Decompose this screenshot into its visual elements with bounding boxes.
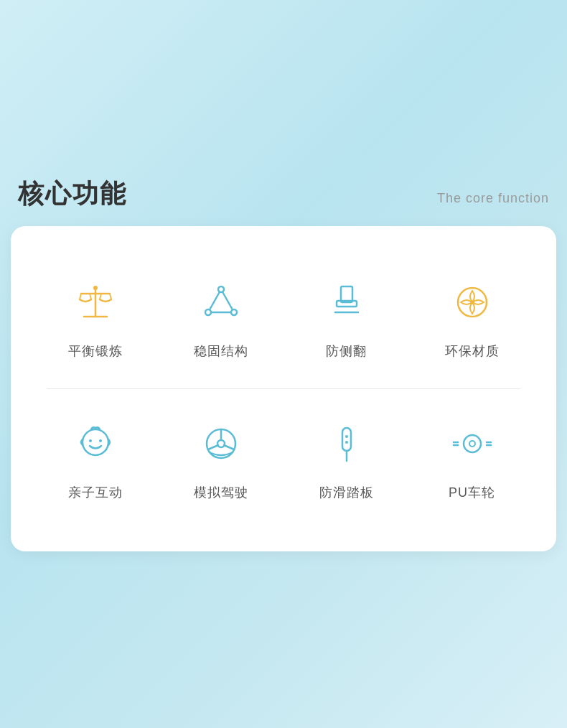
feature-anti-slip-label: 防滑踏板 [319, 484, 374, 501]
svg-point-7 [93, 286, 98, 290]
main-card: 平衡锻炼 稳固结构 [11, 226, 556, 551]
title-en: The core function [437, 191, 549, 206]
baby-icon [70, 418, 121, 470]
feature-anti-slip: 防滑踏板 [284, 396, 409, 523]
svg-point-20 [89, 439, 92, 442]
wheel-icon [446, 418, 498, 470]
feature-structure: 稳固结构 [158, 255, 284, 381]
svg-point-19 [83, 429, 108, 455]
svg-line-9 [221, 289, 234, 312]
svg-point-21 [99, 439, 102, 442]
structure-icon [195, 276, 247, 328]
svg-line-25 [208, 445, 218, 449]
svg-line-6 [110, 294, 111, 299]
feature-anti-flip: 防侧翻 [284, 255, 409, 381]
steering-icon [195, 418, 247, 470]
title-zh: 核心功能 [18, 177, 127, 212]
svg-point-23 [217, 440, 225, 447]
feature-balance: 平衡锻炼 [32, 255, 158, 381]
bottom-features-grid: 亲子互动 [32, 396, 535, 523]
svg-line-26 [224, 445, 234, 449]
svg-point-13 [231, 309, 237, 315]
feature-pu-wheel-label: PU车轮 [449, 484, 495, 501]
svg-point-32 [469, 441, 475, 447]
feature-balance-label: 平衡锻炼 [68, 342, 123, 360]
svg-point-31 [464, 435, 481, 452]
svg-rect-14 [341, 286, 352, 302]
feature-structure-label: 稳固结构 [194, 342, 248, 360]
svg-line-8 [208, 289, 221, 312]
svg-line-3 [80, 294, 81, 299]
feature-anti-flip-label: 防侧翻 [326, 342, 367, 360]
eco-icon [446, 276, 498, 328]
feature-parent-child-label: 亲子互动 [68, 484, 123, 501]
top-features-grid: 平衡锻炼 稳固结构 [32, 255, 535, 381]
feature-driving: 模拟驾驶 [158, 396, 284, 523]
anti-flip-icon [321, 276, 372, 328]
page-wrapper: 核心功能 The core function [11, 162, 556, 566]
feature-eco-label: 环保材质 [445, 342, 500, 360]
feature-parent-child: 亲子互动 [32, 396, 158, 523]
svg-rect-27 [342, 428, 351, 451]
anti-slip-icon [321, 418, 372, 470]
svg-point-29 [345, 435, 348, 438]
feature-pu-wheel: PU车轮 [409, 396, 535, 523]
feature-eco: 环保材质 [409, 255, 535, 381]
svg-point-18 [470, 300, 474, 304]
svg-rect-15 [337, 301, 357, 307]
svg-point-30 [345, 441, 348, 444]
header: 核心功能 The core function [11, 177, 556, 226]
feature-driving-label: 模拟驾驶 [194, 484, 248, 501]
balance-icon [70, 276, 121, 328]
svg-point-11 [218, 286, 224, 292]
svg-point-12 [205, 309, 211, 315]
section-divider [47, 388, 520, 389]
